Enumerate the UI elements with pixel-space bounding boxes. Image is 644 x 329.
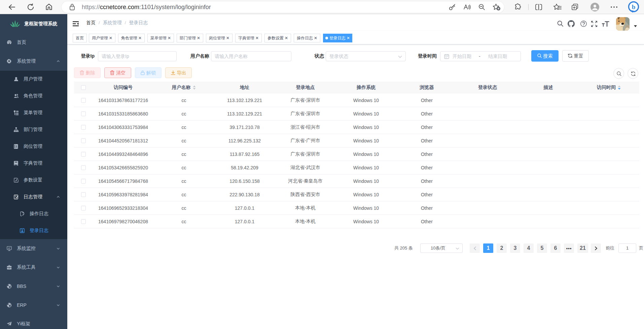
svg-text:b: b — [632, 3, 636, 10]
